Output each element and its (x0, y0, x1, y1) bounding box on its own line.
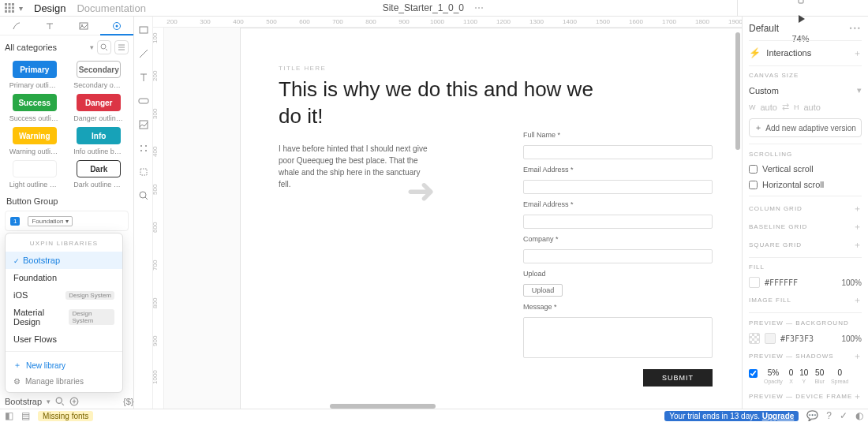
add-interaction-icon[interactable]: ＋ (853, 47, 862, 59)
add-device-frame-icon[interactable]: ＋ (853, 390, 862, 402)
app-menu-chevron-icon[interactable]: ▾ (19, 4, 23, 13)
component-light[interactable] (13, 160, 57, 177)
input-fullname[interactable] (523, 145, 713, 159)
input-email2[interactable] (523, 215, 713, 229)
search-icon[interactable] (55, 397, 65, 406)
fill-hex-input[interactable]: #FFFFFF (765, 278, 798, 287)
width-input[interactable]: auto (761, 103, 777, 112)
component-secondary[interactable]: Secondary (77, 61, 121, 78)
shadow-x-input[interactable]: 0 (789, 368, 794, 377)
app-menu-icon[interactable] (5, 3, 14, 13)
shadow-spread-input[interactable]: 0 (837, 368, 842, 377)
notifications-icon[interactable]: ◐ (855, 410, 863, 421)
overline-text[interactable]: TITLE HERE (279, 65, 615, 72)
add-icon[interactable] (69, 397, 79, 406)
ruler-mark: 1000 (153, 370, 159, 384)
shadow-opacity-input[interactable]: 5% (768, 368, 779, 377)
upload-button[interactable]: Upload (523, 284, 563, 297)
comments-icon[interactable]: 💬 (806, 410, 818, 421)
library-item-ios[interactable]: iOSDesign System (6, 286, 122, 304)
left-tab-components-icon[interactable] (100, 21, 133, 31)
library-item-bootstrap[interactable]: ✓Bootstrap (6, 252, 122, 269)
bg-opacity-input[interactable]: 100% (841, 334, 862, 343)
library-chevron-icon[interactable]: ▾ (47, 398, 51, 405)
component-warning[interactable]: Warning (13, 127, 57, 144)
left-tab-text-icon[interactable] (33, 21, 66, 31)
help-icon[interactable]: ? (826, 410, 832, 421)
submit-button[interactable]: SUBMIT (643, 369, 713, 387)
textarea-message[interactable] (523, 317, 713, 358)
shadow-y-input[interactable]: 10 (799, 368, 808, 377)
current-library[interactable]: Bootstrap (5, 397, 42, 406)
component-info[interactable]: Info (77, 127, 121, 144)
canvas-size-select[interactable]: Custom (749, 86, 779, 95)
add-baseline-grid-icon[interactable]: ＋ (853, 221, 862, 233)
list-view-icon[interactable] (114, 40, 129, 54)
headline-text[interactable]: This is why we do this and how we do it! (279, 77, 615, 130)
bg-swatch[interactable] (765, 333, 776, 344)
approve-icon[interactable]: ✓ (840, 410, 847, 421)
ruler-mark: 1400 (563, 18, 577, 25)
tool-line-icon[interactable] (138, 48, 149, 59)
new-library-button[interactable]: ＋New library (6, 355, 122, 372)
search-icon[interactable] (97, 40, 111, 54)
breakpoint-dots-icon[interactable]: ••• (850, 24, 862, 32)
link-icon[interactable]: ⇄ (782, 102, 789, 112)
horizontal-scroll-checkbox[interactable]: Horizontal scroll (749, 180, 862, 189)
add-adaptive-version-button[interactable]: ＋ Add new adaptive version (749, 118, 862, 137)
horizontal-scroll-label: Horizontal scroll (762, 180, 824, 189)
tool-image-icon[interactable] (138, 119, 149, 130)
divider (6, 351, 122, 352)
tool-search-icon[interactable] (138, 190, 149, 201)
library-item-userflows[interactable]: User Flows (6, 331, 122, 348)
missing-fonts-badge[interactable]: Missing fonts (38, 411, 93, 421)
fill-opacity-input[interactable]: 100% (841, 278, 862, 287)
trial-banner[interactable]: Your trial ends in 13 days. Upgrade (664, 411, 799, 421)
vertical-scroll-checkbox[interactable]: Vertical scroll (749, 164, 862, 174)
manage-libraries-button[interactable]: ⚙Manage libraries (6, 372, 122, 387)
add-shadow-icon[interactable]: ＋ (853, 350, 862, 362)
shadow-blur-input[interactable]: 50 (815, 368, 824, 377)
add-image-fill-icon[interactable]: ＋ (853, 294, 862, 306)
tab-documentation[interactable]: Documentation (77, 2, 145, 14)
input-company[interactable] (523, 249, 713, 263)
bg-hex-input[interactable]: #F3F3F3 (780, 334, 814, 343)
input-email1[interactable] (523, 180, 713, 194)
component-primary[interactable]: Primary (13, 61, 57, 78)
sitemap-icon[interactable]: ◧ (5, 410, 13, 421)
category-chevron-icon[interactable]: ▾ (90, 43, 94, 51)
arrow-icon[interactable]: ➜ (406, 170, 436, 211)
tool-icon-icon[interactable] (138, 143, 149, 154)
left-tab-draw-icon[interactable] (0, 21, 33, 31)
add-square-grid-icon[interactable]: ＋ (853, 239, 862, 251)
interactions-row[interactable]: ⚡ Interactions (749, 47, 811, 58)
tool-button-icon[interactable] (138, 95, 149, 106)
layers-icon[interactable]: ▤ (21, 410, 30, 421)
component-button-group[interactable]: 1 Foundation ▾ (5, 211, 129, 231)
library-item-foundation[interactable]: Foundation (6, 269, 122, 286)
fill-swatch[interactable] (749, 277, 760, 288)
artboard[interactable]: TITLE HERE This is why we do this and ho… (240, 28, 742, 409)
bg-transparent-swatch[interactable] (749, 333, 760, 344)
height-label: H (794, 103, 799, 111)
component-dark[interactable]: Dark (77, 160, 121, 177)
section-preview-background: PREVIEW — BACKGROUND (749, 319, 862, 327)
library-item-material[interactable]: Material DesignDesign System (6, 304, 122, 331)
component-success[interactable]: Success (13, 94, 57, 111)
left-tab-image-icon[interactable] (67, 21, 100, 31)
add-column-grid-icon[interactable]: ＋ (853, 203, 862, 215)
document-menu-icon[interactable]: ⋯ (474, 2, 485, 13)
upgrade-link[interactable]: Upgrade (762, 412, 795, 420)
tool-text-icon[interactable] (138, 72, 149, 83)
canvas-size-chevron-icon[interactable]: ▾ (857, 85, 862, 95)
category-select[interactable]: All categories (5, 43, 87, 52)
component-danger[interactable]: Danger (77, 94, 121, 111)
tab-design[interactable]: Design (34, 2, 65, 14)
tool-box-icon[interactable] (138, 24, 149, 35)
canvas-vertical-scrollbar[interactable] (735, 32, 740, 150)
height-input[interactable]: auto (803, 103, 820, 112)
tool-hotspot-icon[interactable] (138, 166, 149, 177)
shadow-enable-checkbox[interactable] (749, 369, 758, 378)
breakpoint-select[interactable]: Default (749, 23, 779, 34)
device-preview-icon[interactable] (795, 0, 806, 4)
